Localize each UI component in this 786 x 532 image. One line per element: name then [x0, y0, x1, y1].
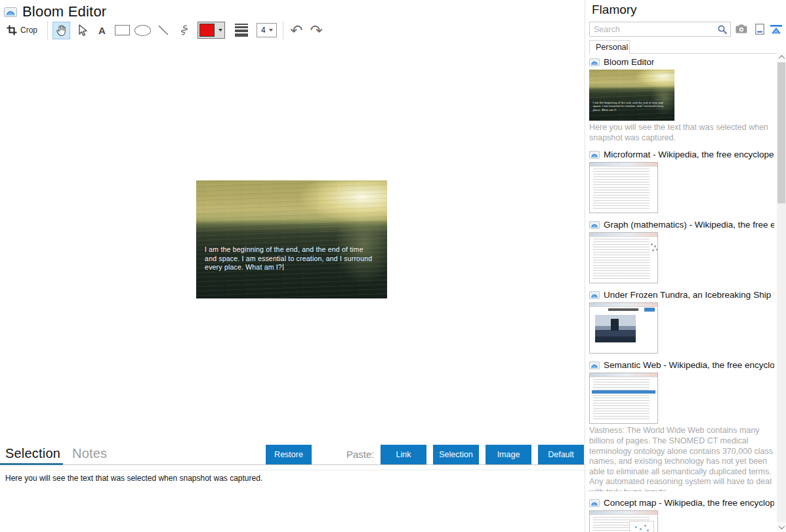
tab-selection[interactable]: Selection	[5, 446, 60, 461]
highlighted-text-bar	[592, 390, 655, 394]
page-text-lines	[593, 379, 650, 420]
scroll-down-button[interactable]	[777, 522, 786, 532]
browser-chrome	[590, 511, 657, 515]
item-thumbnail[interactable]	[589, 302, 658, 354]
item-thumbnail[interactable]	[589, 232, 658, 283]
editor-toolbar: Crop A	[5, 20, 326, 40]
graph-diagram-dots	[651, 243, 653, 245]
redo-button[interactable]: ↷	[307, 22, 325, 39]
list-item[interactable]: Bloom Editor I am the beginning of the e…	[589, 56, 774, 143]
search-input[interactable]	[590, 22, 730, 36]
ellipse-tool-button[interactable]	[134, 22, 152, 39]
paste-default-button[interactable]: Default	[538, 445, 584, 464]
scroll-up-button[interactable]	[777, 52, 786, 62]
size-dropdown[interactable]: 4	[257, 23, 277, 37]
pan-tool-button[interactable]	[52, 22, 70, 39]
item-description: Here you will see the text that was sele…	[589, 123, 774, 143]
line-tool-button[interactable]	[154, 22, 172, 39]
item-title: Under Frozen Tundra, an Icebreaking Ship…	[604, 290, 774, 300]
image-text: I am the beginning of the end, and the e…	[205, 245, 372, 272]
select-tool-button[interactable]	[73, 22, 91, 39]
size-value: 4	[261, 26, 266, 35]
scrollbar-thumb[interactable]	[777, 62, 785, 203]
toolbar-separator	[47, 21, 48, 39]
sidebar-scrollbar[interactable]	[777, 52, 786, 532]
browser-chrome	[590, 233, 657, 237]
undo-button[interactable]: ↶	[287, 22, 306, 39]
page-text-lines	[593, 239, 650, 280]
crop-button-label: Crop	[20, 26, 37, 35]
crop-button[interactable]: Crop	[5, 22, 44, 39]
paste-link-button[interactable]: Link	[381, 445, 426, 464]
list-item[interactable]: Under Frozen Tundra, an Icebreaking Ship…	[589, 289, 774, 354]
item-thumbnail[interactable]: I am the beginning of the end, and the e…	[589, 70, 674, 121]
paste-selection-button[interactable]: Selection	[433, 445, 479, 464]
tab-notes[interactable]: Notes	[72, 446, 107, 461]
flamory-item-icon	[589, 151, 600, 159]
rectangle-tool-button[interactable]	[114, 22, 131, 39]
crop-icon	[7, 25, 17, 35]
flamory-item-icon	[589, 499, 600, 507]
canvas-image[interactable]: I am the beginning of the end, and the e…	[196, 180, 387, 298]
bloom-editor-window: Bloom Editor Crop	[0, 0, 786, 532]
item-description: Vastness: The World Wide Web contains ma…	[589, 426, 774, 491]
line-icon	[157, 24, 170, 37]
flamory-item-icon	[589, 58, 600, 66]
undo-icon: ↶	[290, 23, 302, 38]
list-item[interactable]: Semantic Web - Wikipedia, the free encyc…	[589, 359, 774, 491]
title-bar: Bloom Editor	[4, 3, 106, 20]
item-title: Graph (mathematics) - Wikipedia, the fre…	[604, 220, 774, 230]
rectangle-icon	[115, 25, 130, 35]
notes-document-icon[interactable]	[753, 23, 766, 35]
item-title: Concept map - Wikipedia, the free encycl…	[604, 498, 774, 508]
paste-image-button[interactable]: Image	[486, 445, 531, 464]
flamory-item-icon	[589, 221, 600, 229]
restore-button[interactable]: Restore	[266, 445, 312, 464]
sidebar-title: Flamory	[592, 3, 637, 17]
divider	[0, 470, 585, 470]
snapshot-camera-icon[interactable]	[735, 23, 748, 35]
line-thickness-button[interactable]	[230, 22, 253, 39]
browser-chrome	[590, 373, 657, 377]
text-tool-button[interactable]: A	[93, 22, 111, 39]
flamory-app-icon	[4, 7, 17, 17]
line-thickness-icon	[235, 24, 248, 37]
chevron-down-icon	[778, 523, 785, 529]
item-thumbnail[interactable]	[589, 162, 658, 213]
search-icon[interactable]	[717, 24, 728, 35]
tab-strip-border	[630, 53, 786, 54]
image-text-annotation[interactable]: I am the beginning of the end, and the e…	[205, 245, 375, 273]
search-box	[589, 22, 731, 37]
text-tool-icon: A	[98, 25, 106, 36]
page-text-lines	[593, 169, 650, 210]
chevron-up-icon	[778, 55, 785, 62]
flamory-item-icon	[589, 291, 600, 299]
color-dropdown-button[interactable]	[216, 22, 224, 38]
list-item[interactable]: Concept map - Wikipedia, the free encycl…	[589, 497, 774, 532]
snapshot-list: Bloom Editor I am the beginning of the e…	[589, 56, 774, 532]
flamory-item-icon	[589, 361, 600, 369]
flamory-sidebar: Flamory	[585, 0, 786, 532]
item-thumbnail[interactable]	[589, 373, 658, 424]
news-masthead	[608, 308, 638, 311]
item-thumbnail[interactable]	[589, 510, 658, 532]
paste-label: Paste:	[346, 449, 375, 460]
ship-photo	[595, 315, 636, 342]
text-caret	[283, 264, 283, 270]
chevron-down-icon	[218, 29, 222, 31]
list-item[interactable]: Graph (mathematics) - Wikipedia, the fre…	[589, 219, 774, 283]
item-title: Bloom Editor	[604, 57, 654, 67]
stroke-color-picker[interactable]	[197, 22, 225, 39]
tab-personal[interactable]: Personal	[589, 40, 630, 54]
item-title: Microformat - Wikipedia, the free encycl…	[604, 150, 774, 159]
color-swatch	[199, 24, 215, 37]
item-title: Semantic Web - Wikipedia, the free encyc…	[604, 360, 774, 370]
page-title: Bloom Editor	[22, 3, 106, 20]
collapse-panel-icon[interactable]	[770, 23, 783, 35]
concept-map-diagram	[629, 521, 654, 532]
selection-placeholder-text: Here you will see the text that was sele…	[5, 474, 262, 483]
list-item[interactable]: Microformat - Wikipedia, the free encycl…	[589, 149, 774, 213]
freehand-tool-button[interactable]	[175, 22, 192, 39]
browser-chrome	[590, 303, 657, 307]
cursor-icon	[76, 24, 88, 37]
